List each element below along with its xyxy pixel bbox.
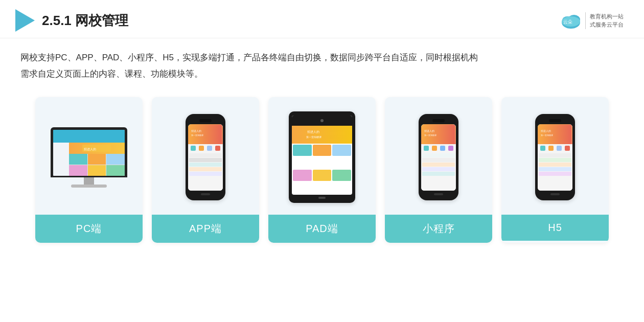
header-left: 2.5.1 网校管理 <box>15 9 128 32</box>
svg-text:招进人的: 招进人的 <box>424 129 434 132</box>
svg-text:招进人的: 招进人的 <box>307 130 319 133</box>
pc-grid <box>69 154 125 175</box>
h5-icons <box>538 144 572 152</box>
phone-screen-h5: 招进人的 第一堂闯楼课 <box>538 124 572 191</box>
h5-header: 招进人的 第一堂闯楼课 <box>538 124 572 144</box>
pc-screen-inner: 招进人的 <box>53 130 125 176</box>
phone-screen-mini: 招进人的 第一堂闯楼课 <box>421 124 456 191</box>
svg-rect-11 <box>292 126 352 144</box>
pc-sidebar <box>53 143 69 176</box>
app-header: 招进人的 第一堂闯楼课 <box>188 124 223 144</box>
description-line1: 网校支持PC、APP、PAD、小程序、H5，实现多端打通，产品各终端自由切换，数… <box>20 50 624 66</box>
brand-tagline-2: 式服务云平台 <box>590 20 624 29</box>
card-miniprogram-label: 小程序 <box>385 215 492 243</box>
page: 2.5.1 网校管理 云朵 教育机构一站 <box>0 0 644 322</box>
phone-home-mini <box>434 193 443 195</box>
mini-header: 招进人的 第一堂闯楼课 <box>421 124 456 144</box>
card-miniprogram-image: 招进人的 第一堂闯楼课 <box>385 97 492 215</box>
h5-screen-content: 招进人的 第一堂闯楼课 <box>538 124 572 191</box>
tablet-outer: 招进人的 第一堂闯楼课 <box>289 111 355 203</box>
phone-outer-mini: 招进人的 第一堂闯楼课 <box>419 114 458 200</box>
phone-notch-mini <box>432 119 445 122</box>
h5-cards <box>538 152 572 177</box>
card-pc-image: 招进人的 <box>35 97 143 215</box>
card-pc: 招进人的 <box>35 97 143 243</box>
card-h5-label: H5 <box>501 215 609 241</box>
card-miniprogram: 招进人的 第一堂闯楼课 <box>385 97 492 243</box>
phone-outer-app: 招进人的 第一堂闯楼课 <box>186 114 225 200</box>
tablet-banner: 招进人的 第一堂闯楼课 <box>292 126 352 144</box>
pc-base <box>71 185 107 188</box>
tablet-screen-content: 招进人的 第一堂闯楼课 <box>292 116 352 195</box>
pc-screen-content: 招进人的 <box>53 130 125 176</box>
pc-stand <box>84 177 94 185</box>
svg-text:第一堂闯楼课: 第一堂闯楼课 <box>306 135 321 139</box>
brand-logo: 云朵 教育机构一站 式服务云平台 <box>560 11 624 30</box>
phone-mockup-app: 招进人的 第一堂闯楼课 <box>186 114 225 200</box>
svg-text:招进人的: 招进人的 <box>191 129 201 132</box>
tablet-mockup: 招进人的 第一堂闯楼课 <box>289 111 355 203</box>
card-app: 招进人的 第一堂闯楼课 <box>152 97 259 243</box>
phone-mockup-h5: 招进人的 第一堂闯楼课 <box>535 114 575 200</box>
svg-text:第一堂闯楼课: 第一堂闯楼课 <box>424 134 436 136</box>
phone-mockup-mini: 招进人的 第一堂闯楼课 <box>419 114 458 200</box>
brand-tagline-1: 教育机构一站 <box>590 12 624 21</box>
pc-banner: 招进人的 <box>69 143 125 154</box>
tablet-top-bar <box>292 116 352 126</box>
tablet-home <box>318 197 326 199</box>
card-pad-image: 招进人的 第一堂闯楼课 <box>268 97 376 215</box>
app-icons <box>188 144 223 152</box>
mini-screen-content: 招进人的 第一堂闯楼课 <box>421 124 456 191</box>
card-h5-image: 招进人的 第一堂闯楼课 <box>501 97 609 215</box>
card-pc-label: PC端 <box>35 215 143 243</box>
app-screen-content: 招进人的 第一堂闯楼课 <box>188 124 223 191</box>
card-app-image: 招进人的 第一堂闯楼课 <box>152 97 259 215</box>
card-app-label: APP端 <box>152 215 259 243</box>
phone-screen-app: 招进人的 第一堂闯楼课 <box>188 124 223 191</box>
pc-mockup: 招进人的 <box>51 127 127 188</box>
title-prefix: 2.5.1 <box>42 13 75 28</box>
svg-text:第一堂闯楼课: 第一堂闯楼课 <box>191 134 203 136</box>
description-line2: 需求自定义页面上的内容、课程、功能模块等。 <box>20 66 624 82</box>
brand-icon: 云朵 <box>560 11 582 30</box>
svg-text:招进人的: 招进人的 <box>83 148 96 151</box>
svg-text:招进人的: 招进人的 <box>540 129 551 132</box>
card-pad: 招进人的 第一堂闯楼课 <box>268 97 376 243</box>
app-cards <box>188 152 223 177</box>
pc-screen-outer: 招进人的 <box>51 127 127 177</box>
brand-text: 教育机构一站 式服务云平台 <box>585 12 624 29</box>
phone-outer-h5: 招进人的 第一堂闯楼课 <box>535 114 575 200</box>
svg-point-10 <box>320 119 324 122</box>
phone-home-h5 <box>550 193 560 195</box>
svg-text:第一堂闯楼课: 第一堂闯楼课 <box>541 134 553 136</box>
tablet-screen: 招进人的 第一堂闯楼课 <box>292 116 352 195</box>
svg-text:云朵: 云朵 <box>563 19 572 25</box>
tablet-grid <box>292 144 352 195</box>
header: 2.5.1 网校管理 云朵 教育机构一站 <box>0 0 644 38</box>
phone-notch-app <box>199 119 212 122</box>
mini-icons <box>421 144 456 152</box>
description: 网校支持PC、APP、PAD、小程序、H5，实现多端打通，产品各终端自由切换，数… <box>0 38 644 88</box>
card-pad-label: PAD端 <box>268 215 376 243</box>
phone-home-app <box>201 193 210 195</box>
logo-triangle-icon <box>15 9 35 32</box>
cards-section: 招进人的 <box>0 88 644 253</box>
phone-notch-h5 <box>549 119 561 122</box>
mini-cards <box>421 152 456 177</box>
header-right: 云朵 教育机构一站 式服务云平台 <box>560 11 624 30</box>
page-title: 2.5.1 网校管理 <box>42 12 128 30</box>
card-h5: 招进人的 第一堂闯楼课 <box>501 97 609 243</box>
title-bold: 网校管理 <box>75 13 128 28</box>
